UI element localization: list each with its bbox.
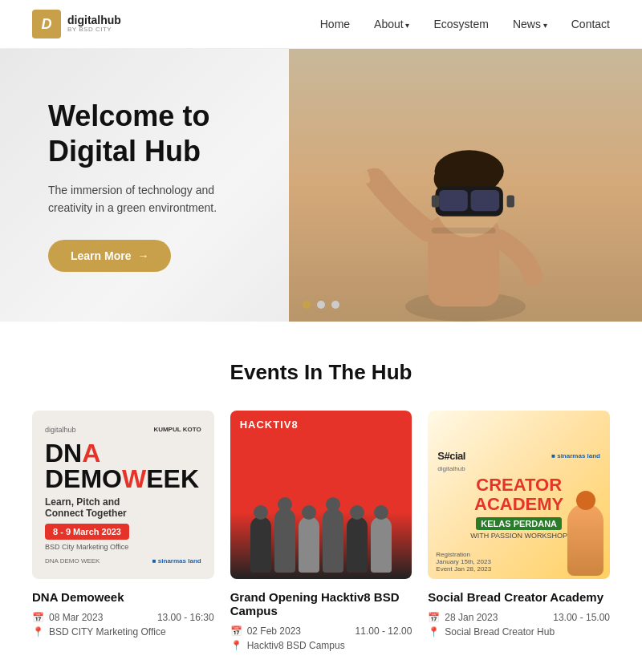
event-time-creator: 13.00 - 15.00 — [553, 612, 610, 623]
event-time-dna: 13.00 - 16:30 — [157, 612, 214, 623]
dna-date-badge: 8 - 9 March 2023 — [45, 524, 129, 540]
logo-icon: D — [32, 10, 61, 38]
learn-more-label: Learn More — [71, 249, 131, 262]
svg-point-5 — [473, 165, 500, 189]
hero-image — [289, 49, 642, 322]
hero-carousel-dots — [303, 301, 339, 309]
event-location-row-creator: 📍 Social Bread Creator Hub — [428, 626, 610, 638]
dna-location-badge: BSD City Marketing Office — [45, 543, 128, 551]
event-date-dna: 08 Mar 2023 — [49, 612, 103, 623]
ca-social-brand: S#cial — [437, 450, 465, 462]
event-meta-dna: 📅 08 Mar 2023 13.00 - 16:30 📍 BSD CITY M… — [32, 612, 214, 638]
event-location-row-dna: 📍 BSD CITY Marketing Office — [32, 626, 214, 638]
event-meta-hacktiv8: 📅 02 Feb 2023 11.00 - 12.00 📍 Hacktiv8 B… — [230, 625, 412, 651]
event-location-row-hacktiv8: 📍 Hacktiv8 BSD Campus — [230, 640, 412, 651]
person-1 — [250, 516, 271, 573]
ca-person-silhouette — [567, 504, 603, 576]
event-location-hacktiv8: Hacktiv8 BSD Campus — [247, 640, 345, 651]
dna-partners: KUMPUL KOTO — [153, 426, 201, 433]
event-date-row-creator: 📅 28 Jan 2023 13.00 - 15.00 — [428, 612, 610, 623]
event-date-creator: 28 Jan 2023 — [445, 612, 498, 623]
event-name-hacktiv8: Grand Opening Hacktiv8 BSD Campus — [230, 590, 412, 617]
hero-dot-1[interactable] — [303, 301, 311, 309]
event-image-creator: S#cial ■ sinarmas land digitalhub CREATO… — [428, 411, 610, 579]
nav-links: Home About Ecosystem News Contact — [320, 17, 610, 31]
logo-name: digitalhub — [67, 14, 121, 26]
nav-item-contact[interactable]: Contact — [571, 17, 610, 31]
hero-person-visual — [289, 49, 642, 322]
nav-link-home[interactable]: Home — [320, 18, 350, 30]
ca-passion-workshop: WITH PASSION WORKSHOP — [470, 532, 567, 540]
event-date-row-hacktiv8: 📅 02 Feb 2023 11.00 - 12.00 — [230, 625, 412, 637]
learn-more-button[interactable]: Learn More → — [48, 240, 171, 272]
nav-link-about[interactable]: About — [374, 18, 409, 30]
event-card-creator[interactable]: S#cial ■ sinarmas land digitalhub CREATO… — [428, 411, 610, 651]
hero-content: Welcome to Digital Hub The immersion of … — [0, 59, 273, 311]
dna-subtitle: Learn, Pitch andConnect Together — [45, 496, 127, 519]
location-icon-hacktiv8: 📍 — [230, 640, 242, 651]
event-name-creator: Social Bread Creator Academy — [428, 590, 610, 604]
navigation: D digitalhub BY BSD CITY Home About Ecos… — [0, 0, 642, 49]
events-title: Events In The Hub — [32, 360, 610, 385]
nav-item-about[interactable]: About — [374, 17, 409, 31]
nav-link-contact[interactable]: Contact — [571, 18, 610, 30]
group-photo-silhouettes — [250, 508, 392, 573]
svg-rect-10 — [507, 196, 514, 208]
event-location-dna: BSD CITY Marketing Office — [49, 626, 166, 638]
event-image-hacktiv8: HACKTIV8 — [230, 411, 412, 579]
person-5 — [347, 516, 368, 573]
hero-title: Welcome to Digital Hub — [48, 99, 225, 168]
event-name-dna: DNA Demoweek — [32, 590, 214, 604]
hero-description: The immersion of technology and creativi… — [48, 181, 225, 217]
svg-rect-9 — [432, 196, 439, 208]
hacktiv8-label: HACKTIV8 — [240, 419, 299, 431]
event-image-dna: digitalhub KUMPUL KOTO DNADEMOWEEK Learn… — [32, 411, 214, 579]
hero-dot-3[interactable] — [331, 301, 339, 309]
location-icon-creator: 📍 — [428, 626, 440, 638]
nav-item-news[interactable]: News — [513, 17, 547, 31]
hero-section: Welcome to Digital Hub The immersion of … — [0, 49, 642, 322]
svg-rect-7 — [439, 190, 468, 211]
ca-main-title: CREATORACADEMY — [474, 476, 563, 514]
nav-item-ecosystem[interactable]: Ecosystem — [433, 17, 488, 31]
vr-person-illustration — [345, 81, 586, 322]
event-card-dna[interactable]: digitalhub KUMPUL KOTO DNADEMOWEEK Learn… — [32, 411, 214, 651]
event-card-hacktiv8[interactable]: HACKTIV8 Grand Opening Hacktiv8 BSD Camp… — [230, 411, 412, 651]
hero-dot-2[interactable] — [317, 301, 325, 309]
calendar-icon-hacktiv8: 📅 — [230, 625, 242, 637]
event-meta-creator: 📅 28 Jan 2023 13.00 - 15.00 📍 Social Bre… — [428, 612, 610, 638]
logo[interactable]: D digitalhub BY BSD CITY — [32, 10, 121, 38]
location-icon-dna: 📍 — [32, 626, 44, 638]
svg-rect-8 — [471, 190, 500, 211]
event-date-row-dna: 📅 08 Mar 2023 13.00 - 16:30 — [32, 612, 214, 623]
person-4 — [323, 508, 343, 573]
nav-link-news[interactable]: News — [513, 18, 547, 30]
nav-item-home[interactable]: Home — [320, 17, 350, 31]
person-2 — [274, 508, 295, 573]
events-section: Events In The Hub digitalhub KUMPUL KOTO… — [0, 322, 642, 672]
ca-schedule: Registration January 15th, 2023 Event Ja… — [436, 551, 491, 573]
dna-digitalhub-logo: digitalhub — [45, 426, 76, 434]
ca-digitalhub-tag: digitalhub — [437, 465, 600, 472]
event-location-creator: Social Bread Creator Hub — [445, 626, 555, 638]
event-date-hacktiv8: 02 Feb 2023 — [247, 625, 301, 637]
dna-sinarmas-logo: ■ sinarmas land — [152, 557, 201, 565]
arrow-icon: → — [137, 249, 148, 262]
events-grid: digitalhub KUMPUL KOTO DNADEMOWEEK Learn… — [32, 411, 610, 651]
person-3 — [299, 516, 319, 573]
logo-sub: BY BSD CITY — [67, 26, 121, 34]
calendar-icon-creator: 📅 — [428, 612, 440, 623]
dna-title: DNADEMOWEEK — [45, 440, 199, 492]
nav-link-ecosystem[interactable]: Ecosystem — [433, 18, 488, 30]
svg-rect-13 — [432, 228, 496, 234]
person-6 — [371, 516, 392, 573]
ca-kelas-perdana: KELAS PERDANA — [476, 517, 562, 530]
dna-footer-logo: DNA DEMO WEEK — [45, 557, 100, 565]
event-time-hacktiv8: 11.00 - 12.00 — [356, 625, 412, 637]
ca-sinarmas: ■ sinarmas land — [551, 452, 600, 459]
calendar-icon-dna: 📅 — [32, 612, 44, 623]
